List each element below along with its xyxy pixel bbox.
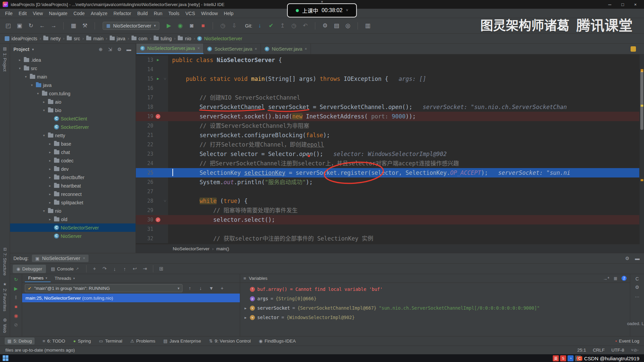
tree-collapsed-icon[interactable]: ▸ [48, 192, 52, 196]
run-line-icon[interactable]: ▶ [154, 55, 162, 65]
layout-settings-icon[interactable]: ≣ [612, 276, 619, 281]
tab-console[interactable]: ▤Console↗ [47, 265, 83, 273]
profiler-icon[interactable]: ◷ [219, 22, 227, 29]
tree-item-directbuffer[interactable]: ▸directbuffer [10, 173, 136, 182]
vcs-commit-icon[interactable]: ✔ [267, 22, 275, 29]
minimize-button[interactable]: ─ [608, 2, 611, 7]
toolwindow-javaenterprise[interactable]: ▤Java Enterprise [163, 339, 201, 344]
close-button[interactable]: × [634, 2, 637, 7]
tree-expanded-icon[interactable]: ▾ [42, 108, 46, 112]
menu-help[interactable]: Help [221, 9, 236, 17]
lock-icon[interactable]: ⊘ [633, 348, 637, 353]
code-line-25[interactable]: 25 SelectionKey selectionKey = serverSoc… [136, 168, 644, 177]
close-icon[interactable]: × [83, 256, 85, 261]
menu-view[interactable]: View [30, 9, 46, 17]
tree-item-nio[interactable]: ▾nio [10, 207, 136, 215]
tree-item-dev[interactable]: ▸dev [10, 165, 136, 173]
pin-tab-icon[interactable]: →* [603, 276, 609, 281]
tree-item-src[interactable]: ▾src [10, 64, 136, 72]
breadcrumb-tuling[interactable]: tuling [154, 36, 172, 41]
toolwindow-5debug[interactable]: ▦5: Debug [5, 338, 35, 345]
variable-row[interactable]: ▶vselector = {WindowsSelectorImpl@902} [240, 313, 630, 322]
run-config-selector[interactable]: ▦NioSelectorServer▾ [103, 22, 159, 30]
breadcrumb-main[interactable]: main [86, 36, 103, 41]
evaluate-expression-icon[interactable]: ⊞ [157, 266, 166, 272]
tool-strip-1project[interactable]: ▤1: Project [2, 46, 7, 71]
tree-item-old[interactable]: ▸old [10, 215, 136, 223]
windows-start-button[interactable] [3, 355, 8, 361]
notification-icon[interactable] [631, 46, 636, 52]
tree-collapsed-icon[interactable]: ▸ [48, 175, 52, 179]
vcs-update-icon[interactable]: ↓ [256, 22, 264, 29]
tab-SocketServer.java[interactable]: CSocketServer.java× [204, 44, 261, 54]
edit-run-configs-icon[interactable]: ▥ [364, 22, 372, 29]
code-line-15[interactable]: 15▶˅ public static void main(String[] ar… [136, 74, 644, 84]
run-line-icon[interactable]: ▶ [154, 74, 162, 84]
menu-vcs[interactable]: VCS [182, 9, 198, 17]
code-line-29[interactable]: 29 // 阻塞等待需要处理的事件发生 [136, 206, 644, 215]
run-icon[interactable]: ▶ [165, 22, 173, 29]
tree-item-NioServer[interactable]: CNioServer [10, 232, 136, 240]
expand-icon[interactable]: ▶ [244, 316, 248, 319]
tree-expanded-icon[interactable]: ▾ [42, 209, 46, 213]
tree-item-codec[interactable]: ▸codec [10, 156, 136, 165]
code-line-21[interactable]: 21 serverSocket.configureBlocking(false)… [136, 131, 644, 140]
fold-icon[interactable]: ˅ [163, 74, 167, 84]
tree-collapsed-icon[interactable]: ▸ [48, 159, 52, 162]
tree-expanded-icon[interactable]: ▾ [36, 92, 40, 95]
encoding[interactable]: UTF-8 [611, 348, 624, 353]
tab-debugger[interactable]: ◉Debugger [13, 265, 46, 273]
pause-icon[interactable]: ‖ [15, 295, 17, 300]
resume-icon[interactable]: ▶ [14, 286, 18, 291]
tree-item-chat[interactable]: ▸chat [10, 148, 136, 156]
tree-item-java[interactable]: ▾java [10, 81, 136, 89]
editor-scrollbar[interactable] [639, 54, 644, 244]
code-line-30[interactable]: 30✓ selector.select(); [136, 215, 644, 224]
notifications-icon[interactable]: ◦ [637, 348, 639, 353]
stop-icon[interactable]: ■ [14, 304, 17, 309]
tree-item-com.tuling[interactable]: ▾com.tuling [10, 89, 136, 98]
menu-edit[interactable]: Edit [16, 9, 30, 17]
menu-tools[interactable]: Tools [165, 9, 182, 17]
debug-icon[interactable]: ◉ [176, 22, 184, 29]
tree-collapsed-icon[interactable]: ▸ [48, 150, 52, 154]
tree-item-main[interactable]: ▾main [10, 72, 136, 81]
menu-refactor[interactable]: Refactor [110, 9, 134, 17]
breadcrumb-nio[interactable]: nio [178, 36, 191, 41]
expand-icon[interactable]: ▶ [244, 306, 248, 310]
breadcrumb-src[interactable]: src [67, 36, 80, 41]
tree-item-SocketClient[interactable]: CSocketClient [10, 114, 136, 123]
tree-collapsed-icon[interactable]: ▸ [48, 201, 52, 204]
tree-collapsed-icon[interactable]: ▸ [48, 167, 52, 171]
code-line-14[interactable]: 14 [136, 65, 644, 74]
tree-collapsed-icon[interactable]: ▸ [42, 100, 46, 104]
tab-NioSelectorServer.java[interactable]: CNioSelectorServer.java× [137, 44, 204, 54]
stack-frame[interactable]: main:25, NioSelectorServer (com.tuling.n… [22, 294, 240, 302]
code-line-18[interactable]: 18 ServerSocketChannel serverSocket = Se… [136, 102, 644, 112]
soft-wrap-icon[interactable]: C [634, 276, 641, 281]
tree-expanded-icon[interactable]: ▾ [42, 134, 46, 137]
menu-build[interactable]: Build [134, 9, 151, 17]
show-execution-point-icon[interactable]: ⌖ [90, 266, 99, 272]
breadcrumb-com[interactable]: com [131, 36, 147, 41]
toolwindow-spring[interactable]: ●Spring [73, 339, 91, 344]
vcs-rollback-icon[interactable]: ↶ [301, 22, 309, 29]
prev-frame-icon[interactable]: ↑ [186, 286, 193, 291]
code-line-24[interactable]: 24 // 把ServerSocketChannel注册到selector上，并… [136, 159, 644, 168]
tree-item-bio[interactable]: ▾bio [10, 106, 136, 114]
tab-threads[interactable]: Threads▾ [51, 275, 78, 282]
close-icon[interactable]: × [305, 47, 307, 51]
overlay-close-icon[interactable]: × [321, 0, 323, 3]
tree-item-aio[interactable]: ▸aio [10, 98, 136, 106]
tab-frames[interactable]: Frames▾ [25, 274, 51, 282]
view-breakpoints-icon[interactable]: ◉ [14, 313, 18, 318]
tree-item-netty[interactable]: ▾netty [10, 131, 136, 140]
breakpoint-icon[interactable]: ✓ [154, 217, 162, 222]
close-icon[interactable]: × [255, 47, 257, 51]
filter-icon[interactable]: ▼ [208, 286, 215, 291]
tree-item-reconnect[interactable]: ▸reconnect [10, 190, 136, 198]
close-icon[interactable]: × [197, 46, 200, 51]
hide-panel-icon[interactable]: ▬ [634, 256, 641, 261]
menu-code[interactable]: Code [70, 9, 88, 17]
code-line-19[interactable]: 19✓ serverSocket.socket().bind(new InetS… [136, 112, 644, 121]
